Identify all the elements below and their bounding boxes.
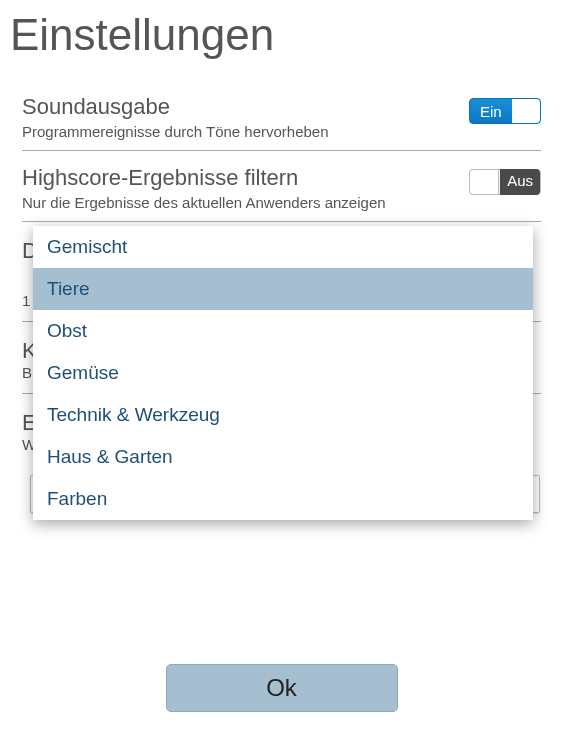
dropdown-option-3[interactable]: Gemüse	[33, 352, 533, 394]
dropdown-option-4[interactable]: Technik & Werkzeug	[33, 394, 533, 436]
toggle-highscore-knob	[469, 169, 499, 195]
setting-sound-title: Soundausgabe	[22, 94, 541, 120]
toggle-sound-label: Ein	[470, 103, 502, 120]
setting-highscore-subtitle: Nur die Ergebnisse des aktuellen Anwende…	[22, 194, 541, 211]
setting-highscore-title: Highscore-Ergebnisse filtern	[22, 165, 541, 191]
dropdown-option-2[interactable]: Obst	[33, 310, 533, 352]
dropdown-option-5[interactable]: Haus & Garten	[33, 436, 533, 478]
category-dropdown: GemischtTiereObstGemüseTechnik & Werkzeu…	[33, 226, 533, 520]
page-title: Einstellungen	[0, 0, 563, 80]
dropdown-option-1[interactable]: Tiere	[33, 268, 533, 310]
dropdown-option-0[interactable]: Gemischt	[33, 226, 533, 268]
ok-button[interactable]: Ok	[166, 664, 398, 712]
dropdown-option-6[interactable]: Farben	[33, 478, 533, 520]
setting-sound: Soundausgabe Programmereignisse durch Tö…	[22, 80, 541, 151]
toggle-sound-knob	[512, 99, 540, 123]
setting-sound-subtitle: Programmereignisse durch Töne hervorhebe…	[22, 123, 541, 140]
toggle-highscore[interactable]: Aus	[469, 169, 541, 195]
setting-highscore: Highscore-Ergebnisse filtern Nur die Erg…	[22, 151, 541, 222]
toggle-highscore-label: Aus	[500, 169, 540, 195]
toggle-sound[interactable]: Ein	[469, 98, 541, 124]
